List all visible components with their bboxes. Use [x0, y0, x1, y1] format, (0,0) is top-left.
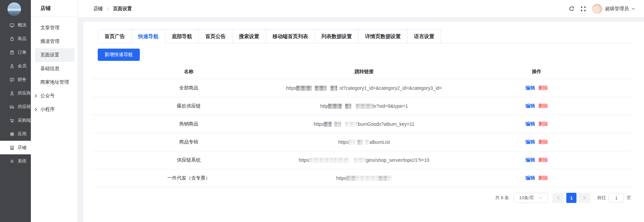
submenu-item-页面设置[interactable]: 页面设置 — [35, 48, 74, 62]
submenu-item-基础信息[interactable]: 基础信息 — [31, 62, 75, 75]
edit-link[interactable]: 编辑 — [526, 103, 535, 109]
submenu-item-label: 频道管理 — [40, 38, 59, 45]
sidebar-item-label: 供应链 — [18, 104, 31, 110]
tab-搜索设置[interactable]: 搜索设置 — [232, 29, 266, 43]
delete-link[interactable]: 删除 — [538, 139, 548, 145]
redacted-url-segment — [386, 176, 392, 181]
redacted-url-segment — [330, 86, 337, 91]
user-avatar — [592, 4, 602, 14]
delete-link[interactable]: 删除 — [538, 175, 548, 181]
tab-详情页数据设置[interactable]: 详情页数据设置 — [358, 29, 408, 43]
pagination: 共 6 条 10条/页 1 前往 页 — [83, 193, 631, 203]
row-name: 全部商品 — [92, 85, 286, 91]
breadcrumb-current: 页面设置 — [113, 6, 132, 12]
user-menu[interactable]: 超级管理员 — [592, 4, 635, 14]
tab-移动端首页列表[interactable]: 移动端首页列表 — [266, 29, 315, 43]
sidebar-item-supply_chain[interactable]: 供应链 — [0, 100, 31, 114]
sidebar-item-label: 订单 — [18, 49, 26, 55]
edit-link[interactable]: 编辑 — [526, 85, 535, 91]
workspace-avatar[interactable] — [7, 2, 21, 16]
submenu-item-label: 商家地址管理 — [40, 79, 69, 85]
delete-link[interactable]: 删除 — [538, 103, 548, 109]
sidebar-item-overview[interactable]: 概况 — [0, 18, 31, 32]
fullscreen-icon[interactable] — [581, 6, 586, 12]
sidebar-item-supplier[interactable]: 供应商 — [0, 86, 31, 100]
sidebar-item-label: 概况 — [18, 22, 26, 28]
pagination-total: 共 6 条 — [495, 195, 509, 201]
column-header-name: 名称 — [92, 69, 286, 75]
edit-link[interactable]: 编辑 — [526, 139, 535, 145]
redacted-url-segment — [296, 86, 312, 91]
current-page-button[interactable]: 1 — [566, 193, 576, 203]
url-prefix: http — [320, 103, 328, 109]
submenu-item-label: 文章管理 — [40, 25, 59, 31]
redacted-url-segment — [334, 122, 341, 127]
goto-page-input[interactable] — [609, 193, 624, 203]
redacted-url-segment — [363, 140, 365, 145]
delete-link[interactable]: 删除 — [538, 157, 548, 163]
add-quick-nav-button[interactable]: 新增快速导航 — [98, 49, 140, 61]
redacted-url-segment — [348, 140, 355, 145]
page-size-select[interactable]: 10条/页 — [514, 193, 548, 203]
refresh-icon[interactable] — [569, 6, 574, 12]
prev-page-button[interactable] — [552, 193, 564, 203]
table-row: 供应链系统httpsgins/shop_server/topic/1?i=10编… — [92, 151, 631, 169]
submenu-item-label: 页面设置 — [40, 52, 59, 58]
row-actions: 编辑删除 — [442, 175, 631, 181]
page-unit-label: 页 — [627, 195, 631, 201]
chevron-right-icon — [34, 107, 38, 112]
sidebar-item-system[interactable]: 系统 — [0, 154, 31, 168]
submenu-item-文章管理[interactable]: 文章管理 — [31, 21, 75, 35]
chevron-right-icon — [34, 93, 38, 98]
secondary-sidebar-title: 店铺 — [31, 0, 78, 16]
redacted-url-segment — [312, 86, 315, 91]
row-name: 爆款供应链 — [92, 103, 286, 109]
secondary-sidebar: 店铺 文章管理频道管理页面设置基础信息商家地址管理公众号小程序 — [31, 0, 78, 222]
row-link: httpsgins/shop_server/topic/1?i=10 — [286, 157, 442, 163]
edit-link[interactable]: 编辑 — [526, 175, 535, 181]
sidebar-item-label: 店铺 — [18, 144, 26, 151]
url-prefix: https — [286, 85, 296, 91]
tab-首页广告[interactable]: 首页广告 — [98, 29, 132, 43]
delete-link[interactable]: 删除 — [538, 121, 548, 127]
procurement-icon — [10, 118, 15, 123]
row-link: https — [286, 175, 442, 181]
sidebar-item-procurement[interactable]: 采购端 — [0, 114, 31, 127]
sidebar-item-label: 系统 — [18, 158, 26, 164]
row-actions: 编辑删除 — [442, 139, 631, 145]
edit-link[interactable]: 编辑 — [526, 157, 535, 163]
submenu-item-商家地址管理[interactable]: 商家地址管理 — [31, 75, 75, 89]
edit-link[interactable]: 编辑 — [526, 121, 535, 127]
url-suffix: st?category1_id=&category2_id=&category3… — [339, 85, 442, 91]
chevron-down-icon — [631, 7, 635, 10]
submenu-item-公众号[interactable]: 公众号 — [31, 89, 75, 103]
table-row: 热销商品httpsbumGoods?album_key=11编辑删除 — [92, 115, 631, 133]
sidebar-item-orders[interactable]: 订单 — [0, 46, 31, 59]
sidebar-item-shop[interactable]: 店铺 — [0, 141, 31, 154]
tab-语言设置[interactable]: 语言设置 — [407, 29, 441, 43]
submenu-item-频道管理[interactable]: 频道管理 — [31, 35, 75, 48]
row-name: 供应链系统 — [92, 157, 286, 163]
sidebar-item-finance[interactable]: 财务 — [0, 73, 31, 86]
tab-快速导航[interactable]: 快速导航 — [131, 29, 165, 43]
tab-首页公告[interactable]: 首页公告 — [198, 29, 232, 43]
url-prefix: https — [314, 121, 324, 127]
row-link: httpsalbumList — [286, 139, 442, 145]
sidebar-item-apps[interactable]: 应用 — [0, 127, 31, 141]
column-header-actions: 操作 — [442, 69, 631, 75]
breadcrumb-shop[interactable]: 店铺 — [93, 6, 103, 12]
tab-列表数据设置[interactable]: 列表数据设置 — [315, 29, 359, 43]
breadcrumb-separator-icon — [106, 7, 110, 11]
sidebar-item-goods[interactable]: 商品 — [0, 32, 31, 46]
submenu-item-小程序[interactable]: 小程序 — [31, 103, 75, 116]
supplier-icon — [10, 91, 15, 96]
next-page-button[interactable] — [579, 193, 590, 203]
goto-page: 前往 页 — [597, 193, 631, 203]
row-actions: 编辑删除 — [442, 157, 631, 163]
delete-link[interactable]: 删除 — [538, 85, 548, 91]
tab-底部导航[interactable]: 底部导航 — [165, 29, 199, 43]
url-suffix: albumList — [370, 139, 390, 145]
sidebar-item-members[interactable]: 会员 — [0, 59, 31, 73]
redacted-url-segment — [309, 158, 333, 163]
secondary-sidebar-items: 文章管理频道管理页面设置基础信息商家地址管理公众号小程序 — [31, 16, 78, 116]
